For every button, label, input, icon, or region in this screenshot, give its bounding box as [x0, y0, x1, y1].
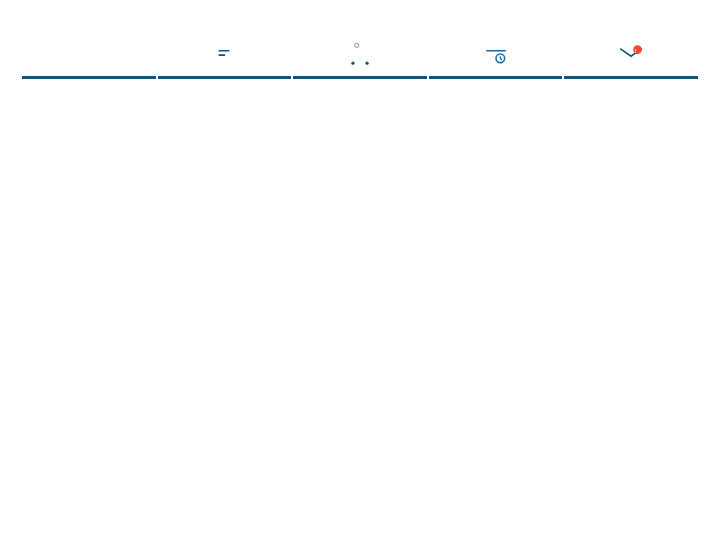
delivery-icon: [336, 32, 384, 76]
col-msgtype: Message TypeDetermine the messaging type…: [158, 32, 294, 528]
body-schedule: Determine frequencyWeeklyMonthlyQuarterl…: [429, 228, 563, 379]
icon-row-audience: [22, 32, 156, 79]
message-icon: [200, 32, 248, 76]
footer-msgtype: What?: [158, 379, 292, 528]
header-delivery: Delivery Method: [293, 79, 427, 227]
body-audience: Identify the audience for the project, i…: [22, 227, 156, 380]
svg-point-4: [351, 62, 354, 65]
icon-row-schedule: [429, 32, 563, 79]
body-msgsource: Determine the source of the message:RA B…: [564, 228, 698, 379]
audience-icon: [65, 32, 113, 76]
footer-schedule: When?: [429, 379, 563, 528]
header-msgsource: Message Source: [564, 79, 698, 228]
header-schedule: Schedule: [429, 79, 563, 228]
svg-point-0: [82, 45, 89, 52]
header-audience: Audience: [22, 79, 156, 227]
body-delivery: Determine appropriate delivery method:Me…: [293, 227, 427, 380]
page: AudienceIdentify the audience for the pr…: [0, 0, 720, 540]
columns-container: AudienceIdentify the audience for the pr…: [22, 32, 698, 528]
col-schedule: ScheduleDetermine frequencyWeeklyMonthly…: [429, 32, 565, 528]
col-delivery: Delivery MethodDetermine appropriate del…: [293, 32, 429, 528]
icon-row-delivery: [293, 32, 427, 79]
svg-rect-2: [214, 45, 236, 60]
svg-point-5: [365, 62, 368, 65]
svg-point-1: [92, 48, 97, 53]
schedule-icon: [472, 32, 520, 76]
svg-rect-9: [490, 44, 492, 48]
svg-point-6: [355, 43, 359, 47]
footer-delivery: How?: [293, 380, 427, 528]
footer-msgsource: Owner?: [564, 379, 698, 528]
icon-row-msgtype: [158, 32, 292, 79]
email-icon: !: [607, 32, 655, 76]
header-msgtype: Message Type: [158, 79, 292, 228]
svg-rect-10: [499, 44, 501, 48]
col-msgsource: ! Message SourceDetermine the source of …: [564, 32, 698, 528]
svg-text:!: !: [635, 48, 637, 54]
col-audience: AudienceIdentify the audience for the pr…: [22, 32, 158, 528]
body-msgtype: Determine the messaging type (may vary b…: [158, 228, 292, 379]
icon-row-msgsource: !: [564, 32, 698, 79]
svg-rect-3: [348, 51, 364, 62]
table-wrapper: AudienceIdentify the audience for the pr…: [22, 32, 698, 528]
footer-audience: Who?: [22, 380, 156, 528]
